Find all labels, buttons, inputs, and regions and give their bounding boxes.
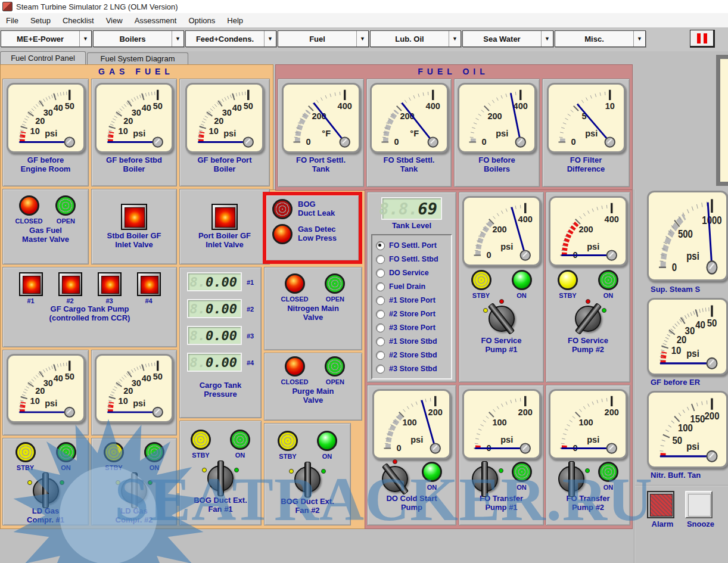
menu-item-view[interactable]: View	[100, 14, 129, 27]
tab-fuel-system-diagram[interactable]: Fuel System Diagram	[87, 52, 188, 64]
tank-level-option[interactable]: FO Settl. Stbd	[376, 253, 451, 266]
do-cold-start-switch[interactable]	[381, 465, 409, 493]
menu-item-assessment[interactable]: Assessment	[129, 14, 183, 27]
radio-button[interactable]	[376, 282, 385, 291]
tank-level-option[interactable]: FO Settl. Port	[376, 239, 451, 253]
tank-level-option[interactable]: #3 Store Stbd	[376, 362, 451, 376]
gf-cargo-tank-pump-cell: #1 #2 #3 #4 GF Cargo Tank Pump (controll…	[2, 267, 177, 347]
pause-button[interactable]	[690, 30, 715, 48]
tank-level-option[interactable]: #1 Store Stbd	[376, 335, 451, 349]
tab-fuel-control-panel[interactable]: Fuel Control Panel	[0, 51, 86, 64]
toolbar-dropdown-fuel[interactable]: Fuel▼	[278, 30, 369, 47]
fo-transfer-2-gauge: 0100200psi	[549, 389, 627, 459]
knob-handle[interactable]	[481, 461, 488, 497]
toolbar-dropdown-me-e-power[interactable]: ME+E-Power▼	[1, 30, 92, 47]
pump-label: LD Gas Compr. #1	[21, 507, 71, 525]
cargo-pump-2-tag: #2	[58, 297, 82, 304]
toolbar-dropdown-label: Feed+Condens.	[186, 31, 264, 46]
gauge-label: GF before Engine Room	[15, 156, 77, 174]
snooze-button[interactable]	[685, 491, 713, 518]
knob-handle[interactable]	[304, 462, 311, 497]
radio-button[interactable]	[376, 269, 385, 278]
bog-fan-1-switch[interactable]	[207, 465, 234, 492]
radio-label: DO Service	[389, 269, 429, 277]
stbd-gf-inlet-valve-button[interactable]	[121, 204, 147, 230]
port-boiler-gf-inlet-valve-cell: Port Boiler GF Inlet Valve	[179, 189, 270, 265]
on-lamp	[422, 462, 442, 482]
tank-level-label: Tank Level	[392, 222, 431, 231]
radio-button[interactable]	[376, 351, 385, 360]
toolbar-dropdown-feed-condens-[interactable]: Feed+Condens.▼	[185, 30, 276, 47]
stby-lamp	[104, 442, 124, 462]
open-label: OPEN	[57, 217, 75, 225]
cargo-pressure-display: 8.0.00	[187, 326, 242, 345]
knob-handle[interactable]	[217, 461, 224, 496]
radio-button[interactable]	[376, 365, 385, 374]
radio-button[interactable]	[376, 255, 385, 264]
cargo-pump-1-button[interactable]	[19, 272, 43, 296]
chevron-down-icon[interactable]: ▼	[449, 31, 461, 46]
radio-button[interactable]	[376, 241, 385, 250]
knob-handle[interactable]	[568, 461, 575, 497]
cargo-pump-2-button[interactable]	[58, 272, 82, 296]
tank-level-option[interactable]: DO Service	[376, 266, 451, 280]
tank-level-option[interactable]: #2 Store Stbd	[376, 349, 451, 362]
svg-text:40: 40	[142, 374, 151, 383]
radio-button[interactable]	[376, 310, 385, 319]
radio-button[interactable]	[376, 324, 385, 332]
cargo-pressure-row: 8.0.00#4	[187, 353, 254, 372]
tank-level-option[interactable]: Fuel Drain	[376, 280, 451, 294]
cargo-pump-3-button[interactable]	[98, 272, 122, 296]
pump-label: LD Gas Compr. #2	[109, 507, 159, 525]
knob-handle[interactable]	[131, 472, 138, 508]
cargo-pump-3-tag: #3	[98, 297, 122, 304]
gauge-label: Nitr. Buff. Tan	[651, 471, 728, 480]
chevron-down-icon[interactable]: ▼	[356, 31, 368, 46]
chevron-down-icon[interactable]: ▼	[633, 31, 645, 46]
tank-level-option[interactable]: #3 Store Port	[376, 321, 451, 335]
divider	[635, 485, 728, 486]
toolbar-dropdown-sea-water[interactable]: Sea Water▼	[462, 30, 553, 47]
toolbar-dropdown-misc-[interactable]: Misc.▼	[555, 30, 646, 47]
toolbar-dropdown-boilers[interactable]: Boilers▼	[93, 30, 184, 47]
chevron-down-icon[interactable]: ▼	[264, 31, 276, 46]
fo-transfer-pump-1-cell: 0100200psi ON FO Transfer Pump #1	[459, 385, 544, 525]
fo-transfer-1-switch[interactable]	[471, 465, 499, 493]
bog-fan-2-switch[interactable]	[294, 466, 321, 493]
pump-label: DO Cold Start Pump	[381, 494, 443, 512]
svg-text:100: 100	[492, 418, 506, 427]
chevron-down-icon[interactable]: ▼	[172, 31, 183, 46]
fo-transfer-2-switch[interactable]	[558, 465, 585, 493]
cargo-pressure-display: 8.0.00	[187, 353, 242, 372]
stbd-boiler-gf-inlet-valve-cell: Stbd Boiler GF Inlet Valve	[91, 189, 177, 265]
tank-level-option[interactable]: #1 Store Port	[376, 294, 451, 307]
port-gf-inlet-valve-button[interactable]	[211, 204, 238, 230]
fo-service-2-gauge: 0200400psi	[549, 196, 627, 266]
on-lamp	[598, 462, 618, 482]
chevron-down-icon[interactable]: ▼	[79, 31, 91, 46]
stby-lamp	[191, 430, 211, 450]
yellow-position-dot	[483, 308, 488, 313]
menu-item-checklist[interactable]: Checklist	[57, 14, 100, 27]
tank-level-option[interactable]: #2 Store Port	[376, 307, 451, 321]
cargo-pump-4-button[interactable]	[137, 272, 161, 296]
menu-item-options[interactable]: Options	[182, 14, 221, 27]
yellow-position-dot	[27, 480, 32, 485]
fo-service-2-switch[interactable]	[574, 305, 602, 332]
menu-item-help[interactable]: Help	[221, 14, 249, 27]
fo-service-1-switch[interactable]	[488, 305, 515, 332]
alarm-button[interactable]	[647, 491, 674, 518]
on-lamp	[144, 442, 164, 462]
toolbar-dropdown-lub-oil[interactable]: Lub. Oil▼	[370, 30, 461, 47]
ld-compr-2-switch[interactable]	[120, 477, 148, 503]
menu-item-setup[interactable]: Setup	[24, 14, 57, 27]
svg-text:0: 0	[306, 137, 310, 147]
chevron-down-icon[interactable]: ▼	[541, 31, 553, 46]
knob-handle[interactable]	[42, 472, 49, 508]
radio-button[interactable]	[376, 337, 385, 346]
gf-before-port-boiler-gauge: 1020304050psi	[185, 83, 264, 153]
radio-button[interactable]	[376, 296, 385, 305]
menu-item-file[interactable]: File	[0, 14, 24, 27]
ld-compr-1-switch[interactable]	[32, 477, 60, 503]
pump-label: FO Service Pump #2	[559, 337, 617, 354]
